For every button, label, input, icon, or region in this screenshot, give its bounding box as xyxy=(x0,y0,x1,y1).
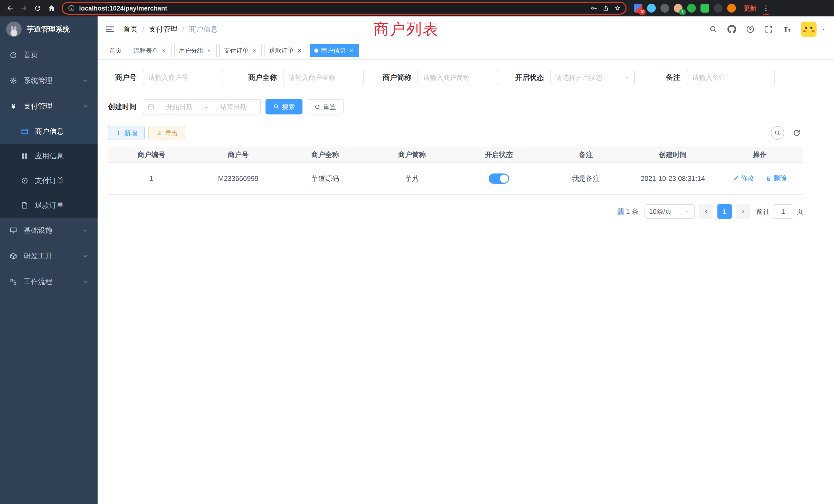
export-button[interactable]: 导出 xyxy=(148,126,185,140)
reset-button[interactable]: 重置 xyxy=(307,99,344,114)
ext-orange-icon[interactable] xyxy=(727,4,736,13)
breadcrumb-separator: / xyxy=(182,25,184,33)
sidebar-item-dev-tools[interactable]: 研发工具 xyxy=(0,243,97,269)
sidebar-item-label: 退款订单 xyxy=(35,201,88,210)
filter-full-name: 商户全称 xyxy=(248,70,364,85)
hamburger-icon[interactable] xyxy=(105,24,115,35)
tab-refund-order[interactable]: 退款订单 xyxy=(264,44,307,57)
sidebar-item-label: 支付管理 xyxy=(24,101,76,111)
ext-drop-icon[interactable] xyxy=(647,4,656,13)
breadcrumb-separator: / xyxy=(142,25,144,33)
total-suffix: 条 xyxy=(632,208,638,215)
browser-home-button[interactable] xyxy=(45,1,59,15)
cell-create-time: 2021-10-23 08:31:14 xyxy=(629,163,717,194)
col-short-name: 商户简称 xyxy=(369,147,456,163)
date-end-placeholder[interactable]: 结束日期 xyxy=(211,102,256,111)
date-range-picker[interactable]: 开始日期 - 结束日期 xyxy=(143,99,261,114)
delete-link[interactable]: 删除 xyxy=(765,174,787,183)
sidebar-item-refund-order[interactable]: 退款订单 xyxy=(0,193,97,217)
tab-user-group[interactable]: 用户分组 xyxy=(174,44,217,57)
browser-forward-button[interactable] xyxy=(17,1,31,15)
tab-pay-order[interactable]: 支付订单 xyxy=(219,44,262,57)
ext-dark-circle-icon[interactable] xyxy=(660,4,669,13)
site-info-icon[interactable] xyxy=(68,5,75,12)
header-search-icon[interactable] xyxy=(709,25,718,34)
sidebar-item-system[interactable]: 系统管理 xyxy=(0,68,97,93)
page-size-select[interactable]: 10条/页 xyxy=(644,204,695,219)
refresh-icon[interactable] xyxy=(792,129,801,137)
browser-reload-button[interactable] xyxy=(31,1,45,15)
ext-green-square-icon[interactable] xyxy=(701,4,709,13)
status-toggle[interactable] xyxy=(489,174,509,184)
tab-close-icon[interactable] xyxy=(348,47,354,54)
ext-knot-icon[interactable] xyxy=(714,4,723,13)
next-page-button[interactable] xyxy=(736,204,750,219)
breadcrumb-pay[interactable]: 支付管理 xyxy=(149,24,178,34)
browser-update-button[interactable]: 更新 xyxy=(744,4,756,13)
tab-merchant-info[interactable]: 商户信息 xyxy=(310,44,359,57)
sidebar-item-merchant-info[interactable]: 商户信息 xyxy=(0,119,97,144)
filter-merchant-no: 商户号 xyxy=(106,70,223,85)
tab-close-icon[interactable] xyxy=(206,47,212,54)
ext-puzzle-icon[interactable]: 10 xyxy=(634,4,642,13)
password-key-icon[interactable] xyxy=(588,2,600,14)
table-tools xyxy=(771,126,801,140)
sidebar-item-app-info[interactable]: 应用信息 xyxy=(0,144,97,168)
tab-close-icon[interactable] xyxy=(251,47,257,54)
remark-input[interactable] xyxy=(687,70,775,85)
update-indicator xyxy=(763,14,769,15)
merchant-no-input[interactable] xyxy=(143,70,223,85)
filter-remark: 备注 xyxy=(666,70,775,85)
tab-flow-form[interactable]: 流程表单 xyxy=(129,44,172,57)
avatar-caret-icon[interactable] xyxy=(821,26,827,32)
app-navbar: 首页 / 支付管理 / 商户信息 商户列表 xyxy=(97,17,834,42)
calendar-icon xyxy=(147,103,155,110)
browser-back-button[interactable] xyxy=(3,1,17,15)
date-separator: - xyxy=(204,103,209,111)
date-start-placeholder[interactable]: 开始日期 xyxy=(157,102,202,111)
col-remark: 备注 xyxy=(543,147,630,163)
show-search-toggle-icon[interactable] xyxy=(771,126,784,140)
cell-short-name: 芋艿 xyxy=(369,163,456,194)
toolbox-icon xyxy=(9,252,18,260)
sidebar-item-pay-order[interactable]: 支付订单 xyxy=(0,168,97,193)
goto-page-input[interactable] xyxy=(773,204,793,219)
help-icon[interactable] xyxy=(746,25,755,34)
user-avatar[interactable] xyxy=(801,22,816,37)
sidebar-item-home[interactable]: 首页 xyxy=(0,42,97,68)
sidebar-item-pay[interactable]: ¥ 支付管理 xyxy=(0,93,97,119)
tab-close-icon[interactable] xyxy=(161,47,167,54)
app-logo[interactable]: 芋道管理系统 xyxy=(0,17,97,42)
tab-label: 退款订单 xyxy=(269,46,294,55)
status-select[interactable]: 请选择开启状态 xyxy=(550,70,635,85)
breadcrumb-home[interactable]: 首页 xyxy=(123,24,138,34)
github-icon[interactable] xyxy=(727,25,737,34)
tab-label: 支付订单 xyxy=(224,46,248,55)
col-create-time: 创建时间 xyxy=(629,147,717,163)
url-text[interactable]: localhost:1024/pay/merchant xyxy=(79,5,167,12)
tab-close-icon[interactable] xyxy=(296,47,303,54)
sidebar-item-workflow[interactable]: 工作流程 xyxy=(0,269,97,295)
share-icon[interactable] xyxy=(600,2,612,14)
ext-green-circle-icon[interactable] xyxy=(687,4,696,13)
browser-menu-kebab-icon[interactable] xyxy=(759,1,773,15)
font-size-icon[interactable] xyxy=(783,25,792,34)
bookmark-star-icon[interactable] xyxy=(612,2,623,14)
prev-page-button[interactable] xyxy=(699,204,713,219)
address-bar[interactable]: localhost:1024/pay/merchant xyxy=(62,2,627,15)
col-status: 开启状态 xyxy=(456,147,543,163)
cell-full-name: 芋道源码 xyxy=(282,163,369,194)
ext-avatar-icon[interactable]: 1 xyxy=(674,4,682,13)
breadcrumb: 首页 / 支付管理 / 商户信息 xyxy=(123,24,218,34)
full-name-input[interactable] xyxy=(283,70,364,85)
sidebar-item-label: 工作流程 xyxy=(24,277,76,287)
sidebar-item-infrastructure[interactable]: 基础设施 xyxy=(0,217,97,243)
search-button[interactable]: 搜索 xyxy=(265,99,303,114)
short-name-input[interactable] xyxy=(418,70,498,85)
edit-link[interactable]: 修改 xyxy=(732,174,754,183)
add-button[interactable]: 新增 xyxy=(108,126,145,140)
tab-home[interactable]: 首页 xyxy=(105,44,126,57)
page-1-button[interactable]: 1 xyxy=(718,204,732,219)
fullscreen-icon[interactable] xyxy=(764,25,773,34)
tab-label: 首页 xyxy=(109,46,122,55)
